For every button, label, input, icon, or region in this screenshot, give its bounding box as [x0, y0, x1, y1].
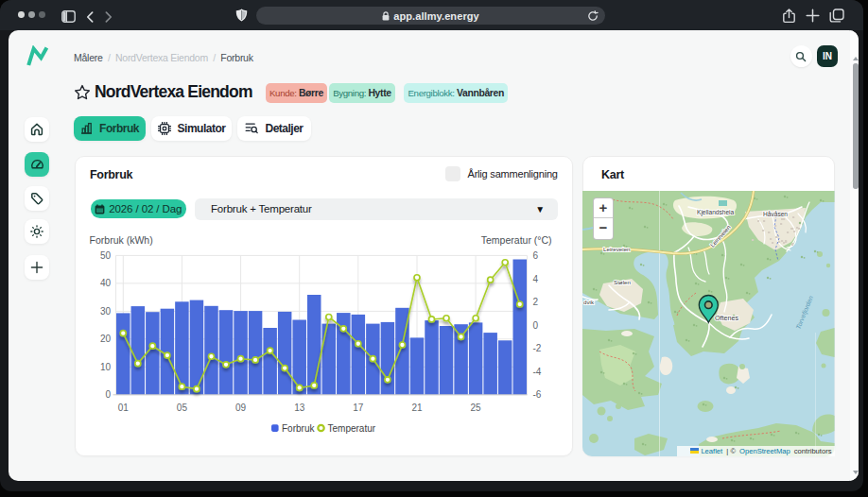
svg-text:25: 25: [471, 403, 482, 413]
svg-text:4: 4: [533, 274, 539, 284]
svg-text:-2: -2: [533, 343, 542, 353]
svg-text:05: 05: [177, 403, 188, 413]
svg-text:40: 40: [100, 278, 112, 288]
svg-text:Forbruk (kWh): Forbruk (kWh): [90, 234, 153, 246]
svg-text:Temperatur (°C): Temperatur (°C): [481, 234, 552, 246]
svg-text:10: 10: [100, 362, 112, 372]
svg-text:20: 20: [100, 334, 112, 344]
svg-text:2: 2: [533, 297, 539, 307]
svg-text:Håvåsen: Håvåsen: [763, 211, 788, 217]
svg-text:Temperatur: Temperatur: [328, 423, 376, 434]
svg-text:-4: -4: [533, 367, 542, 377]
svg-text:01: 01: [118, 403, 130, 413]
svg-text:09: 09: [235, 403, 247, 413]
svg-text:6: 6: [533, 250, 539, 261]
svg-text:13: 13: [294, 403, 305, 413]
svg-text:dvik: dvik: [583, 299, 595, 305]
svg-text:0: 0: [533, 320, 539, 331]
svg-text:21: 21: [411, 403, 423, 413]
svg-text:0: 0: [105, 389, 111, 400]
svg-text:Oftenes: Oftenes: [715, 314, 739, 322]
svg-text:Forbruk: Forbruk: [282, 423, 315, 434]
svg-text:Stølen: Stølen: [614, 279, 631, 285]
svg-text:30: 30: [100, 306, 112, 317]
svg-text:Leireveien: Leireveien: [603, 246, 631, 252]
svg-text:50: 50: [100, 250, 112, 261]
svg-text:Kjellandsheia: Kjellandsheia: [697, 209, 735, 216]
svg-text:-6: -6: [533, 389, 542, 400]
svg-text:17: 17: [353, 403, 364, 413]
